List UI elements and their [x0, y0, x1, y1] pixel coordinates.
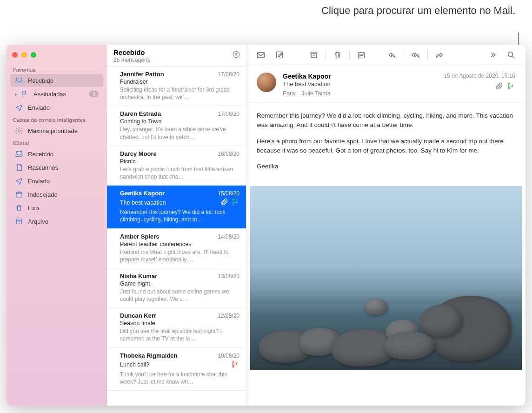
mail-window: Favoritas Recebido ▸ Assinaladas 3 Envia… [7, 45, 525, 406]
msg-preview: Did you see the final episode last night… [120, 327, 239, 342]
junk-icon [15, 190, 23, 199]
msg-subject: Fundraiser [120, 79, 148, 85]
msg-subject: Lunch call? [120, 361, 149, 368]
message-list-item[interactable]: Nisha Kumar13/08/20Game nightJust found … [107, 268, 246, 308]
sidebar-item-label: Enviado [28, 178, 99, 185]
sent-icon [15, 177, 23, 185]
minimize-window-button[interactable] [21, 52, 27, 58]
message-list-item[interactable]: Amber Spiers14/08/20Parent teacher confe… [107, 229, 246, 268]
msg-from: Amber Spiers [120, 233, 160, 240]
msg-from: Darcy Moore [120, 150, 157, 157]
msg-preview: Remind me what night those are. I'll nee… [120, 248, 239, 263]
sidebar-item-drafts[interactable]: Rascunhos [10, 161, 103, 174]
attachment-icon [220, 198, 228, 207]
msg-preview: Soliciting ideas for a fundraiser for 3r… [120, 86, 239, 101]
message-list-item[interactable]: Jennifer Patton17/08/20FundraiserSolicit… [107, 67, 246, 106]
flag-icon [507, 82, 515, 92]
delete-button[interactable] [330, 48, 346, 62]
attachment-image[interactable] [250, 186, 522, 370]
msg-preview: Just found out about some online games w… [120, 288, 239, 303]
msg-date: 15/08/20 [218, 190, 239, 197]
trash-icon [15, 204, 23, 212]
inbox-icon [15, 150, 23, 158]
flag-icon [231, 360, 239, 370]
msg-date: 10/08/20 [218, 353, 239, 359]
message-from: Geetika Kapoor [283, 73, 438, 80]
sidebar-item-label: Recebido [28, 151, 99, 158]
search-button[interactable] [503, 48, 519, 62]
message-list-item[interactable]: Thobeka Rigmaiden10/08/20Lunch call?Thin… [107, 348, 246, 391]
filter-button[interactable] [232, 50, 240, 60]
message-list-pane: Recebido 25 mensagens Jennifer Patton17/… [107, 45, 246, 406]
message-list[interactable]: Jennifer Patton17/08/20FundraiserSolicit… [107, 67, 246, 406]
sidebar-section-favorites: Favoritas [7, 64, 107, 73]
to-label: Para: [283, 90, 297, 97]
msg-date: 14/08/20 [218, 233, 239, 240]
msg-subject: Parent teacher conferences [120, 241, 192, 247]
body-paragraph: Geetika [257, 162, 515, 171]
svg-rect-7 [358, 53, 364, 58]
msg-date: 17/08/20 [218, 71, 239, 78]
msg-from: Geetika Kapoor [120, 190, 165, 197]
sidebar-item-archive[interactable]: Arquivo [10, 215, 103, 228]
compose-button[interactable] [272, 48, 287, 62]
more-button[interactable] [485, 48, 500, 62]
sidebar-item-priority[interactable]: Máxima prioridade [10, 124, 103, 137]
msg-preview: Hey, stranger. It's been a while since w… [120, 126, 239, 140]
reader-pane: Geetika Kapoor The best vacation Para: J… [246, 45, 525, 406]
reply-all-button[interactable] [408, 48, 424, 62]
msg-from: Nisha Kumar [120, 273, 157, 280]
msg-from: Jennifer Patton [120, 71, 164, 78]
archive-button[interactable] [306, 48, 322, 62]
msg-preview: Remember this journey? We did a lot: roc… [120, 208, 239, 223]
toolbar-separator [427, 50, 428, 60]
msg-from: Daren Estrada [120, 110, 161, 117]
mailbox-title: Recebido [113, 48, 239, 56]
sidebar-item-inbox[interactable]: Recebido [10, 74, 103, 87]
toolbar-separator [326, 50, 326, 60]
message-list-item[interactable]: Geetika Kapoor15/08/20The best vacationR… [107, 186, 246, 228]
sidebar-item-trash[interactable]: Lixo [10, 201, 103, 214]
svg-rect-2 [16, 219, 22, 220]
list-header: Recebido 25 mensagens [107, 45, 246, 67]
sidebar-item-label: Máxima prioridade [28, 127, 99, 134]
svg-rect-4 [258, 53, 265, 58]
msg-subject: Season finale [120, 320, 155, 326]
sidebar-section-icloud: iCloud [7, 138, 107, 147]
sidebar-item-sent[interactable]: Enviado [10, 101, 103, 114]
msg-subject: Game night [120, 280, 150, 287]
message-list-item[interactable]: Daren Estrada17/08/20Coming to TownHey, … [107, 106, 246, 146]
message-count: 25 mensagens [113, 57, 239, 63]
callout-text: Clique para procurar um elemento no Mail… [321, 4, 515, 18]
to-name: Julie Talma [301, 90, 330, 97]
zoom-window-button[interactable] [31, 52, 36, 58]
reply-button[interactable] [384, 48, 400, 62]
window-controls [7, 49, 107, 64]
inbox-icon [15, 76, 23, 85]
sidebar-item-flagged[interactable]: ▸ Assinaladas 3 [10, 87, 103, 100]
sidebar-item-icloud-inbox[interactable]: Recebido [10, 147, 103, 160]
mark-read-button[interactable] [253, 48, 269, 62]
msg-from: Duncan Kerr [120, 312, 156, 319]
svg-point-3 [233, 51, 239, 58]
msg-subject: Coming to Town [120, 118, 161, 125]
msg-date: 13/08/20 [218, 273, 239, 280]
sidebar-item-icloud-sent[interactable]: Enviado [10, 174, 103, 187]
sidebar-item-label: Indesejado [28, 191, 99, 198]
sidebar-item-junk[interactable]: Indesejado [10, 188, 103, 201]
sidebar-item-label: Enviado [28, 104, 99, 111]
msg-from: Thobeka Rigmaiden [120, 352, 178, 359]
message-list-item[interactable]: Darcy Moore16/08/20PicnicLet's grab a pi… [107, 146, 246, 186]
unread-badge: 3 [89, 91, 99, 97]
sidebar-section-smart: Caixas de correio inteligentes [7, 114, 107, 124]
toolbar-separator [404, 50, 404, 60]
message-to: Para: Julie Talma [283, 90, 438, 97]
forward-button[interactable] [432, 48, 447, 62]
close-window-button[interactable] [12, 52, 18, 58]
body-paragraph: Here's a photo from our favorite spot. I… [257, 137, 515, 156]
junk-button[interactable] [353, 48, 369, 62]
avatar [257, 73, 276, 92]
message-list-item[interactable]: Duncan Kerr12/08/20Season finaleDid you … [107, 308, 246, 347]
archive-icon [15, 217, 23, 226]
toolbar-separator [349, 50, 350, 60]
